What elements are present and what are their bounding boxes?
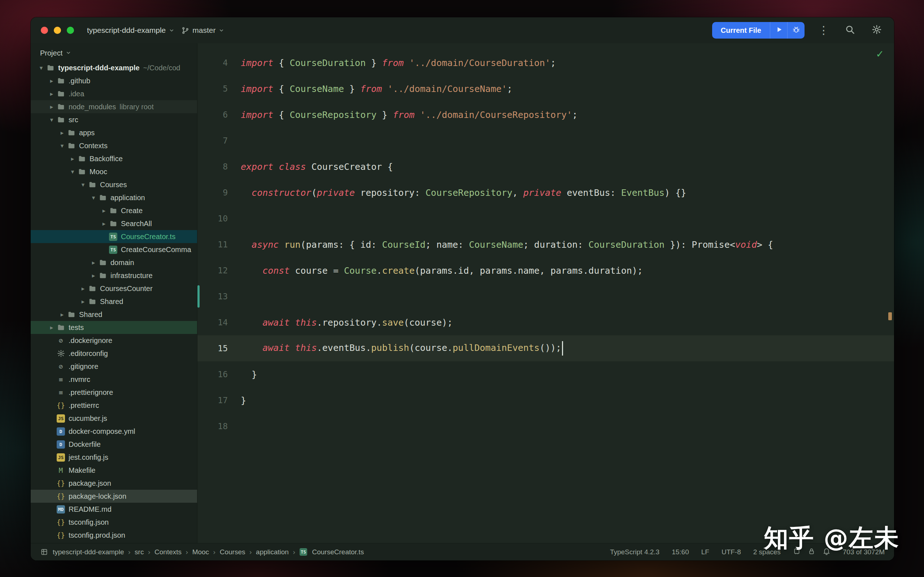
tree-item-docker-compose-yml[interactable]: Ddocker-compose.yml — [31, 425, 197, 438]
breadcrumb-item[interactable]: CourseCreator.ts — [312, 548, 364, 556]
code-line-17[interactable]: 17} — [197, 387, 894, 413]
search-everywhere-button[interactable] — [843, 23, 857, 37]
code-line-4[interactable]: 4import { CourseDuration } from '../doma… — [197, 50, 894, 76]
tree-item-createcoursecomma[interactable]: TSCreateCourseComma — [31, 243, 197, 256]
tree-item-infrastructure[interactable]: ▸infrastructure — [31, 269, 197, 282]
chevron-right-icon[interactable]: ▸ — [99, 220, 109, 227]
chevron-down-icon[interactable]: ▾ — [57, 142, 67, 149]
line-number[interactable]: 9 — [197, 188, 241, 197]
close-window-button[interactable] — [41, 27, 48, 34]
tree-item-dockerfile[interactable]: DDockerfile — [31, 438, 197, 451]
tree-item--prettierrc[interactable]: {}.prettierrc — [31, 399, 197, 412]
code-line-15[interactable]: 15 await this.eventBus.publish(course.pu… — [197, 335, 894, 361]
tree-item-typescript-ddd-example[interactable]: ▾typescript-ddd-example~/Code/cod — [31, 61, 197, 74]
tree-item-mooc[interactable]: ▾Mooc — [31, 165, 197, 178]
chevron-right-icon[interactable]: ▸ — [47, 324, 56, 331]
chevron-right-icon[interactable]: ▸ — [99, 207, 109, 214]
code-line-5[interactable]: 5import { CourseName } from '../domain/C… — [197, 76, 894, 102]
branch-selector[interactable]: master — [181, 26, 224, 35]
line-number[interactable]: 13 — [197, 292, 241, 301]
chevron-right-icon[interactable]: ▸ — [57, 311, 67, 318]
run-configuration-selector[interactable]: Current File — [712, 22, 770, 39]
debug-button[interactable] — [787, 22, 804, 39]
breadcrumb-item[interactable]: Courses — [220, 548, 246, 556]
line-number[interactable]: 5 — [197, 84, 241, 93]
chevron-right-icon[interactable]: ▸ — [78, 298, 88, 305]
statusbar-lf[interactable]: LF — [701, 548, 709, 556]
scrollbar-caret-marker[interactable] — [888, 312, 892, 320]
tree-item--idea[interactable]: ▸.idea — [31, 87, 197, 100]
zoom-window-button[interactable] — [67, 27, 74, 34]
tree-item--prettierignore[interactable]: ≡.prettierignore — [31, 386, 197, 399]
chevron-down-icon[interactable]: ▾ — [47, 116, 56, 123]
chevron-down-icon[interactable]: ▾ — [68, 168, 77, 175]
tree-item-application[interactable]: ▾application — [31, 191, 197, 204]
tree-item-jest-config-js[interactable]: JSjest.config.js — [31, 451, 197, 464]
code-editor[interactable]: 4import { CourseDuration } from '../doma… — [197, 43, 894, 543]
more-actions-button[interactable]: ⋮ — [817, 25, 830, 36]
tree-item-courses[interactable]: ▾Courses — [31, 178, 197, 191]
statusbar-15-60[interactable]: 15:60 — [672, 548, 689, 556]
code-line-13[interactable]: 13 — [197, 284, 894, 309]
line-number[interactable]: 18 — [197, 422, 241, 431]
tree-item-shared[interactable]: ▸Shared — [31, 308, 197, 321]
project-selector[interactable]: typescript-ddd-example — [87, 26, 174, 35]
tree-item--github[interactable]: ▸.github — [31, 74, 197, 87]
tree-item-node-modules[interactable]: ▸node_moduleslibrary root — [31, 100, 197, 113]
line-number[interactable]: 8 — [197, 162, 241, 171]
minimize-window-button[interactable] — [54, 27, 61, 34]
chevron-right-icon[interactable]: ▸ — [57, 129, 67, 136]
line-number[interactable]: 16 — [197, 370, 241, 379]
chevron-down-icon[interactable]: ▾ — [36, 64, 46, 71]
breadcrumb-item[interactable]: Contexts — [155, 548, 181, 556]
tree-item-coursecreator-ts[interactable]: TSCourseCreator.ts — [31, 230, 197, 243]
code-line-18[interactable]: 18 — [197, 413, 894, 439]
tree-item-tests[interactable]: ▸tests — [31, 321, 197, 334]
inspections-ok-icon[interactable]: ✓ — [876, 48, 884, 60]
breadcrumb-item[interactable]: Mooc — [192, 548, 209, 556]
tree-item-create[interactable]: ▸Create — [31, 204, 197, 217]
code-line-7[interactable]: 7 — [197, 128, 894, 154]
breadcrumb-item[interactable]: typescript-ddd-example — [53, 548, 124, 556]
code-line-12[interactable]: 12 const course = Course.create(params.i… — [197, 258, 894, 284]
code-line-16[interactable]: 16 } — [197, 361, 894, 387]
line-number[interactable]: 14 — [197, 318, 241, 327]
tree-item-tsconfig-json[interactable]: {}tsconfig.json — [31, 516, 197, 529]
chevron-right-icon[interactable]: ▸ — [78, 285, 88, 292]
settings-button[interactable] — [869, 23, 884, 37]
chevron-right-icon[interactable]: ▸ — [89, 259, 98, 266]
line-number[interactable]: 12 — [197, 266, 241, 275]
chevron-down-icon[interactable]: ▾ — [89, 194, 98, 201]
tree-item-apps[interactable]: ▸apps — [31, 126, 197, 139]
statusbar-utf-8[interactable]: UTF-8 — [722, 548, 741, 556]
line-number[interactable]: 15 — [197, 344, 241, 353]
code-line-10[interactable]: 10 — [197, 206, 894, 232]
chevron-right-icon[interactable]: ▸ — [68, 155, 77, 162]
code-line-11[interactable]: 11 async run(params: { id: CourseId; nam… — [197, 232, 894, 258]
statusbar-typescript-4-2-3[interactable]: TypeScript 4.2.3 — [610, 548, 659, 556]
tree-item--dockerignore[interactable]: ⊘.dockerignore — [31, 334, 197, 347]
vcs-change-marker[interactable] — [197, 285, 200, 308]
chevron-right-icon[interactable]: ▸ — [89, 272, 98, 279]
tree-item-shared[interactable]: ▸Shared — [31, 295, 197, 308]
line-number[interactable]: 10 — [197, 214, 241, 223]
chevron-right-icon[interactable]: ▸ — [47, 103, 56, 110]
tree-item-searchall[interactable]: ▸SearchAll — [31, 217, 197, 230]
chevron-down-icon[interactable]: ▾ — [78, 181, 88, 188]
chevron-right-icon[interactable]: ▸ — [47, 77, 56, 84]
tree-item-cucumber-js[interactable]: JScucumber.js — [31, 412, 197, 425]
tree-item-src[interactable]: ▾src — [31, 113, 197, 126]
tree-item-domain[interactable]: ▸domain — [31, 256, 197, 269]
tree-item-tsconfig-prod-json[interactable]: {}tsconfig.prod.json — [31, 529, 197, 542]
code-line-9[interactable]: 9 constructor(private repository: Course… — [197, 180, 894, 206]
breadcrumb-item[interactable]: application — [256, 548, 289, 556]
line-number[interactable]: 4 — [197, 58, 241, 68]
code-line-8[interactable]: 8export class CourseCreator { — [197, 154, 894, 180]
line-number[interactable]: 17 — [197, 396, 241, 405]
code-line-14[interactable]: 14 await this.repository.save(course); — [197, 309, 894, 335]
chevron-right-icon[interactable]: ▸ — [47, 90, 56, 97]
tree-item-readme-md[interactable]: MDREADME.md — [31, 503, 197, 516]
line-number[interactable]: 11 — [197, 240, 241, 249]
line-number[interactable]: 7 — [197, 136, 241, 145]
breadcrumb-item[interactable]: src — [135, 548, 144, 556]
